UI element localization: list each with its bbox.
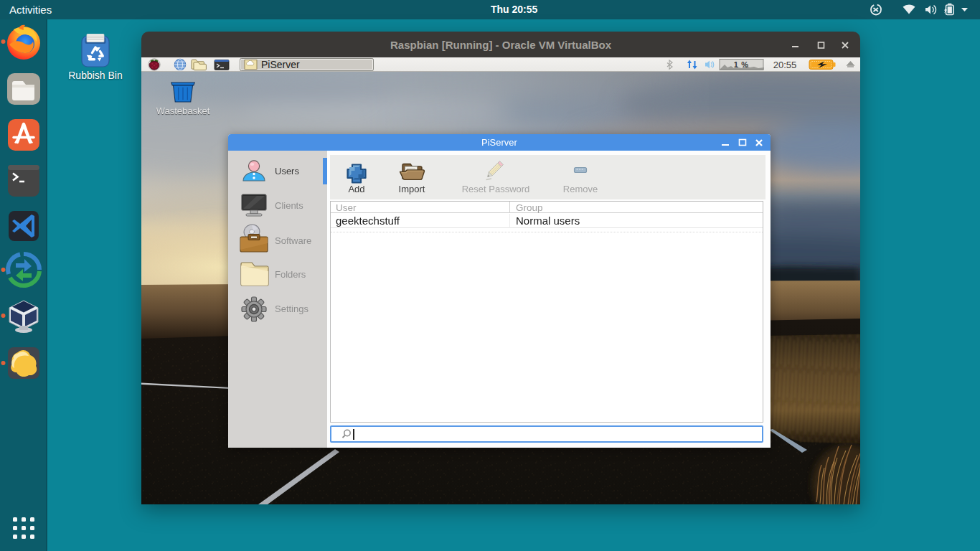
- svg-text:20:55: 20:55: [773, 60, 797, 70]
- svg-text:1 %: 1 %: [734, 60, 749, 69]
